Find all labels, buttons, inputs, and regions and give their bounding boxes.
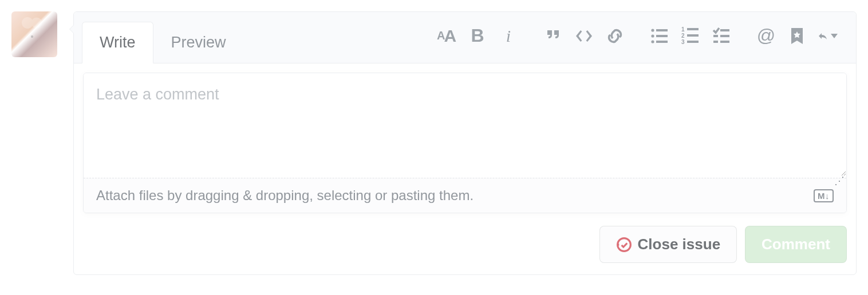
link-icon[interactable]	[605, 26, 625, 46]
svg-rect-16	[713, 41, 718, 43]
mention-icon[interactable]: @	[756, 26, 776, 46]
issue-closed-icon	[616, 237, 632, 253]
footer-actions: Close issue Comment	[74, 222, 856, 274]
resize-handle-icon[interactable]: ⋰	[834, 174, 845, 187]
tab-write[interactable]: Write	[82, 22, 153, 63]
editor-body: ⋰ Attach files by dragging & dropping, s…	[74, 63, 856, 222]
svg-point-0	[651, 29, 654, 31]
textarea-container: ⋰ Attach files by dragging & dropping, s…	[83, 73, 847, 213]
reply-icon[interactable]	[818, 26, 838, 46]
task-list-icon[interactable]	[712, 26, 731, 46]
attach-hint-row[interactable]: ⋰ Attach files by dragging & dropping, s…	[84, 178, 846, 213]
svg-point-17	[617, 238, 630, 251]
comment-box: Write Preview AA B i	[73, 11, 857, 275]
formatting-toolbar: AA B i	[427, 26, 848, 56]
svg-rect-10	[687, 34, 699, 37]
comment-button-label: Comment	[762, 236, 830, 253]
saved-reply-icon[interactable]	[787, 26, 807, 46]
svg-rect-12	[720, 29, 729, 31]
close-issue-button[interactable]: Close issue	[599, 226, 737, 263]
svg-text:2: 2	[681, 33, 685, 39]
svg-text:1: 1	[681, 27, 685, 33]
markdown-icon[interactable]: M↓	[814, 189, 834, 202]
avatar[interactable]	[11, 11, 57, 57]
bold-icon[interactable]: B	[468, 26, 487, 46]
comment-button[interactable]: Comment	[745, 226, 847, 263]
heading-icon[interactable]: AA	[437, 26, 456, 46]
svg-point-2	[651, 40, 654, 43]
tab-bar: Write Preview AA B i	[74, 12, 856, 63]
comment-composer: Write Preview AA B i	[11, 11, 857, 275]
svg-rect-3	[656, 29, 668, 31]
svg-text:3: 3	[681, 39, 685, 45]
ordered-list-icon[interactable]: 123	[681, 26, 700, 46]
svg-rect-13	[720, 35, 729, 37]
close-issue-label: Close issue	[638, 236, 721, 253]
svg-rect-9	[687, 28, 699, 30]
code-icon[interactable]	[574, 26, 594, 46]
svg-rect-14	[720, 41, 729, 43]
italic-icon[interactable]: i	[499, 26, 518, 46]
tabs: Write Preview	[82, 19, 244, 63]
svg-point-1	[651, 34, 654, 37]
svg-rect-4	[656, 35, 668, 37]
unordered-list-icon[interactable]	[650, 26, 669, 46]
attach-hint-text: Attach files by dragging & dropping, sel…	[96, 188, 474, 204]
tab-preview[interactable]: Preview	[153, 22, 244, 63]
svg-rect-11	[687, 41, 699, 43]
comment-textarea[interactable]	[84, 73, 846, 176]
svg-rect-5	[656, 41, 668, 43]
chevron-down-icon	[831, 34, 838, 38]
quote-icon[interactable]	[543, 26, 563, 46]
svg-rect-15	[713, 35, 718, 37]
